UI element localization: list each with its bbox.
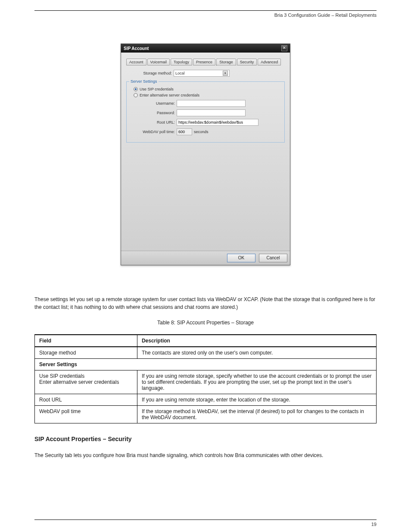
poll-time-field[interactable] [177,128,192,135]
header-right: Bria 3 Configuration Guide – Retail Depl… [274,12,377,18]
paragraph-storage-intro: These settings let you set up a remote s… [34,296,377,311]
tab-strip: Account Voicemail Topology Presence Stor… [126,59,285,65]
server-settings-legend: Server Settings [129,79,159,84]
dialog-title: SIP Account [124,46,149,51]
cell-section: Server Settings [35,359,377,370]
tab-voicemail[interactable]: Voicemail [147,59,170,65]
storage-properties-table: Field Description Storage method The con… [34,334,377,423]
cell-desc: If you are using remote storage, specify… [137,370,376,394]
table-row: Use SIP credentials Enter alternative se… [35,370,377,394]
cell-field: Storage method [35,347,137,359]
ok-button[interactable]: OK [227,254,255,262]
storage-method-value: Local [175,71,185,75]
tab-security[interactable]: Security [237,59,257,65]
root-url-label: Root URL: [129,120,177,124]
table-row: WebDAV poll time If the storage method i… [35,406,377,423]
th-description: Description [137,335,376,347]
th-field: Field [35,335,137,347]
radio-use-sip-label: Use SIP credentials [140,87,174,91]
cell-desc: The contacts are stored only on the user… [137,347,376,359]
section-security-title: SIP Account Properties – Security [34,435,377,444]
poll-time-label: WebDAV poll time: [129,130,177,134]
cell-field: WebDAV poll time [35,406,137,423]
radio-alt-credentials[interactable] [134,93,138,97]
table-row: Server Settings [35,359,377,370]
table-row: Root URL If you are using remote storage… [35,394,377,406]
poll-time-suffix: seconds [194,130,209,134]
cell-desc: If you are using remote storage, enter t… [137,394,376,406]
storage-method-label: Storage method: [126,71,174,75]
chevron-down-icon[interactable]: ▾ [223,71,228,76]
titlebar: SIP Account ✕ [121,44,290,53]
cell-field: Root URL [35,394,137,406]
tab-storage[interactable]: Storage [216,59,236,65]
password-field[interactable] [177,109,246,116]
cell-desc: If the storage method is WebDAV, set the… [137,406,376,423]
sip-account-dialog: SIP Account ✕ Account Voicemail Topology… [121,44,290,265]
tab-topology[interactable]: Topology [171,59,192,65]
paragraph-security-intro: The Security tab lets you configure how … [34,451,377,459]
footer-page-number: 19 [371,522,377,527]
dialog-button-bar: OK Cancel [121,251,290,265]
storage-method-select[interactable]: Local ▾ [174,70,230,77]
table-caption: Table 8: SIP Account Properties – Storag… [34,319,377,327]
radio-alt-label: Enter alternative server credentials [140,93,199,97]
server-settings-group: Server Settings Use SIP credentials Ente… [126,79,285,143]
radio-use-sip[interactable] [134,87,138,91]
username-field[interactable] [177,100,246,107]
username-label: Username: [129,101,177,106]
cell-field: Use SIP credentials Enter alternative se… [35,370,137,394]
password-label: Password: [129,111,177,115]
tab-presence[interactable]: Presence [193,59,215,65]
cancel-button[interactable]: Cancel [259,254,287,262]
tab-advanced[interactable]: Advanced [258,59,281,65]
close-icon[interactable]: ✕ [281,45,287,51]
page-footer: 19 [34,520,377,527]
root-url-field[interactable] [177,119,258,126]
table-row: Storage method The contacts are stored o… [35,347,377,359]
tab-account[interactable]: Account [126,59,146,65]
